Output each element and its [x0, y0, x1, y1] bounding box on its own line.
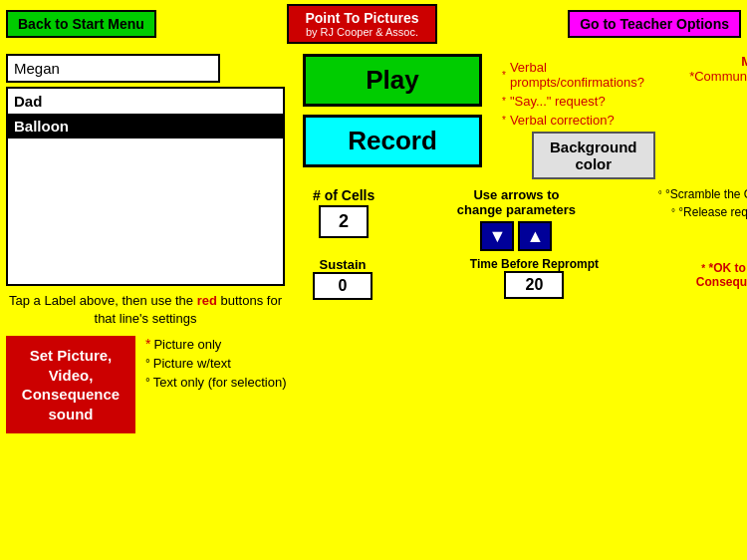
arrows-label: Use arrows to change parameters [457, 187, 576, 217]
bottom-row: Sustain 0 Time Before Reprompt 20 * *OK … [303, 257, 747, 300]
ok-stop-label2: Consequence [696, 275, 747, 289]
play-record-col: Play Record [303, 54, 482, 167]
circle-icon: ° [145, 357, 150, 371]
radio-text-only[interactable]: ° Text only (for selection) [145, 375, 286, 390]
checks-col: * Verbal prompts/confirmations? * "Say..… [482, 54, 655, 179]
ok-stop-label: *OK to stop [709, 261, 747, 275]
radio-label-picture-only: Picture only [153, 337, 221, 352]
options-row: Set Picture, Video, Consequence sound * … [6, 336, 295, 433]
scramble-order[interactable]: ° °Scramble the Order [658, 187, 747, 201]
circle-icon-2: ° [145, 376, 150, 390]
time-section: Time Before Reprompt 20 [470, 257, 599, 299]
check-verbal-prompts[interactable]: * Verbal prompts/confirmations? [502, 60, 655, 90]
star-icon-check3: * [502, 115, 506, 126]
back-button[interactable]: Back to Start Menu [6, 10, 156, 38]
radio-label-text-only: Text only (for selection) [153, 375, 287, 390]
mode-value: *Communication [655, 69, 747, 84]
time-value: 20 [504, 271, 564, 299]
check-label-3: Verbal correction? [510, 113, 615, 128]
check-label-1: Verbal prompts/confirmations? [510, 60, 655, 90]
radio-label-picture-text: Picture w/text [153, 356, 231, 371]
cells-arrows-row: # of Cells 2 Use arrows to change parame… [303, 187, 747, 251]
cells-value: 2 [319, 205, 369, 238]
rp-row1: Play Record * Verbal prompts/confirmatio… [303, 54, 747, 179]
word-list: Dad Balloon [6, 87, 285, 286]
checks-list: * Verbal prompts/confirmations? * "Say..… [502, 60, 655, 128]
arrow-down-button[interactable]: ▼ [480, 221, 514, 251]
star-ok: * [701, 263, 705, 274]
right-panel: Play Record * Verbal prompts/confirmatio… [303, 54, 747, 433]
release-required[interactable]: ° °Release required [658, 205, 747, 219]
radio-options: * Picture only ° Picture w/text ° Text o… [145, 336, 286, 390]
tap-label: Tap a Label above, then use the red butt… [6, 292, 285, 328]
sustain-section: Sustain 0 [313, 257, 373, 300]
scramble-release-col: ° °Scramble the Order ° °Release require… [658, 187, 747, 223]
app-title: Point To Pictures by RJ Cooper & Assoc. [287, 4, 436, 44]
star-icon-check2: * [502, 96, 506, 107]
record-button[interactable]: Record [303, 115, 482, 167]
set-picture-button[interactable]: Set Picture, Video, Consequence sound [6, 336, 135, 433]
left-panel: Dad Balloon Tap a Label above, then use … [6, 54, 295, 433]
sustain-label: Sustain [313, 257, 373, 272]
cells-section: # of Cells 2 [313, 187, 374, 240]
bg-color-button[interactable]: Background color [532, 132, 655, 179]
check-label-2: "Say..." request? [510, 94, 606, 109]
ok-stop-section: * *OK to stop Consequence [696, 261, 747, 289]
scramble-label: °Scramble the Order [665, 187, 747, 201]
circle-icon-3: ° [658, 189, 662, 200]
mode-col: MODE: *Communication [655, 54, 747, 84]
name-input[interactable] [6, 54, 220, 83]
main-content: Dad Balloon Tap a Label above, then use … [0, 48, 747, 439]
star-icon: * [145, 336, 150, 352]
play-button[interactable]: Play [303, 54, 482, 107]
teacher-options-button[interactable]: Go to Teacher Options [568, 10, 741, 38]
red-highlight: red [197, 293, 217, 308]
check-say-request[interactable]: * "Say..." request? [502, 94, 655, 109]
arrows-section: Use arrows to change parameters ▼ ▲ [457, 187, 576, 251]
time-label: Time Before Reprompt [470, 257, 599, 271]
bg-row: Background color [502, 132, 655, 179]
word-item-balloon[interactable]: Balloon [8, 114, 283, 139]
radio-picture-text[interactable]: ° Picture w/text [145, 356, 286, 371]
cells-label: # of Cells [313, 187, 374, 203]
circle-icon-4: ° [671, 207, 675, 218]
star-icon-check1: * [502, 70, 506, 81]
radio-picture-only[interactable]: * Picture only [145, 336, 286, 352]
word-item-dad[interactable]: Dad [8, 89, 283, 114]
check-verbal-correction[interactable]: * Verbal correction? [502, 113, 655, 128]
arrow-up-button[interactable]: ▲ [518, 221, 552, 251]
sustain-value: 0 [313, 272, 373, 300]
release-label: °Release required [678, 205, 747, 219]
top-bar: Back to Start Menu Point To Pictures by … [0, 0, 747, 48]
mode-label: MODE: [655, 54, 747, 69]
arrows-buttons: ▼ ▲ [457, 221, 576, 251]
